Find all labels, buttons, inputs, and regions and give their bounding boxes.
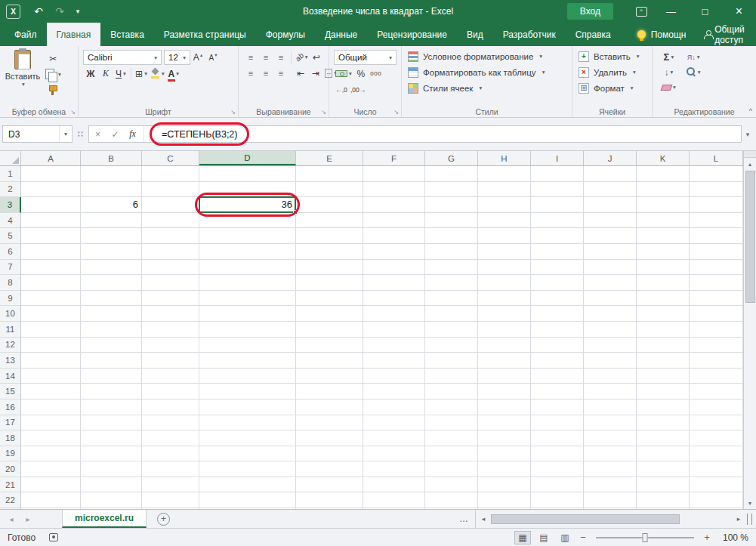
ribbon-tab-4[interactable]: Формулы <box>256 23 315 46</box>
cell-B4[interactable] <box>81 213 142 229</box>
cell-C8[interactable] <box>142 275 199 291</box>
cell-F6[interactable] <box>363 244 425 260</box>
cell-E7[interactable] <box>296 260 363 276</box>
macro-record-button[interactable] <box>49 533 58 541</box>
cell-J21[interactable] <box>584 477 637 493</box>
column-header-F[interactable]: F <box>363 151 425 165</box>
cell-K6[interactable] <box>637 244 690 260</box>
cell-E8[interactable] <box>296 275 363 291</box>
cell-H4[interactable] <box>478 213 531 229</box>
cell-I2[interactable] <box>531 182 584 198</box>
cell-K19[interactable] <box>637 446 690 462</box>
cell-A22[interactable] <box>21 492 81 508</box>
cell-C7[interactable] <box>142 260 199 276</box>
cell-B2[interactable] <box>81 182 142 198</box>
cell-F1[interactable] <box>363 166 425 182</box>
align-left-button[interactable]: ≡ <box>243 66 258 80</box>
cell-A17[interactable] <box>21 415 81 431</box>
ribbon-tab-1[interactable]: Главная <box>47 23 101 46</box>
row-header-5[interactable]: 5 <box>0 228 21 244</box>
decrease-indent-button[interactable]: ⇤ <box>293 66 308 80</box>
cell-K5[interactable] <box>637 228 690 244</box>
cell-J15[interactable] <box>584 384 637 399</box>
row-header-10[interactable]: 10 <box>0 306 21 322</box>
cell-G15[interactable] <box>425 384 478 399</box>
alignment-dialog-launcher[interactable]: ↘ <box>321 109 326 116</box>
cell-A2[interactable] <box>21 182 81 198</box>
cell-A4[interactable] <box>21 213 81 229</box>
cell-G18[interactable] <box>425 430 478 446</box>
cell-H8[interactable] <box>478 275 531 291</box>
cell-L18[interactable] <box>690 430 743 446</box>
cell-J22[interactable] <box>584 492 637 508</box>
cell-A5[interactable] <box>21 228 81 244</box>
minimize-button[interactable]: — <box>654 0 688 23</box>
cell-F15[interactable] <box>363 384 425 399</box>
cell-E13[interactable] <box>296 353 363 369</box>
row-header-4[interactable]: 4 <box>0 213 21 229</box>
cell-A11[interactable] <box>21 322 81 338</box>
comma-style-button[interactable]: 000 <box>369 66 384 81</box>
cell-A14[interactable] <box>21 369 81 384</box>
cell-D13[interactable] <box>199 353 296 369</box>
cell-H22[interactable] <box>478 492 531 508</box>
row-header-19[interactable]: 19 <box>0 446 21 462</box>
cell-F16[interactable] <box>363 399 425 415</box>
cell-H15[interactable] <box>478 384 531 399</box>
orientation-button[interactable]: ab▾ <box>294 50 309 64</box>
cell-I4[interactable] <box>531 213 584 229</box>
cell-D17[interactable] <box>199 415 296 431</box>
align-middle-button[interactable]: ≡ <box>258 50 273 64</box>
underline-button[interactable]: Ч▾ <box>113 66 128 81</box>
zoom-out-button[interactable]: − <box>578 532 588 543</box>
cell-B15[interactable] <box>81 384 142 399</box>
cell-G17[interactable] <box>425 415 478 431</box>
cell-K9[interactable] <box>637 291 690 307</box>
cell-B21[interactable] <box>81 477 142 493</box>
cell-A21[interactable] <box>21 477 81 493</box>
zoom-level[interactable]: 100 % <box>717 532 748 543</box>
accounting-format-button[interactable]: ▾ <box>334 66 353 81</box>
expand-formula-bar-icon[interactable]: ▾ <box>742 131 754 138</box>
cell-L19[interactable] <box>690 446 743 462</box>
row-header-15[interactable]: 15 <box>0 384 21 399</box>
cell-A15[interactable] <box>21 384 81 399</box>
cell-L21[interactable] <box>690 477 743 493</box>
cell-L9[interactable] <box>690 291 743 307</box>
cell-D4[interactable] <box>199 213 296 229</box>
cell-I15[interactable] <box>531 384 584 399</box>
cell-B1[interactable] <box>81 166 142 182</box>
cell-F11[interactable] <box>363 322 425 338</box>
cell-I8[interactable] <box>531 275 584 291</box>
cell-A9[interactable] <box>21 291 81 307</box>
cell-J12[interactable] <box>584 338 637 353</box>
increase-indent-button[interactable]: ⇥ <box>308 66 323 80</box>
delete-cells-button[interactable]: × Удалить ▾ <box>574 64 650 80</box>
horizontal-scroll-thumb[interactable] <box>491 514 680 524</box>
cell-H16[interactable] <box>478 399 531 415</box>
cell-L20[interactable] <box>690 461 743 477</box>
align-center-button[interactable]: ≡ <box>258 66 273 80</box>
undo-button[interactable]: ↶ <box>28 5 49 17</box>
cell-L22[interactable] <box>690 492 743 508</box>
ribbon-tab-5[interactable]: Данные <box>315 23 367 46</box>
cell-K12[interactable] <box>637 338 690 353</box>
cell-I10[interactable] <box>531 306 584 322</box>
cell-F12[interactable] <box>363 338 425 353</box>
cell-D12[interactable] <box>199 338 296 353</box>
cell-C11[interactable] <box>142 322 199 338</box>
cell-H17[interactable] <box>478 415 531 431</box>
cell-C18[interactable] <box>142 430 199 446</box>
cell-A13[interactable] <box>21 353 81 369</box>
cell-K2[interactable] <box>637 182 690 198</box>
cell-L15[interactable] <box>690 384 743 399</box>
tell-me-button[interactable]: Помощн <box>628 23 696 46</box>
column-header-A[interactable]: A <box>21 151 81 165</box>
column-header-G[interactable]: G <box>425 151 478 165</box>
cell-F14[interactable] <box>363 369 425 384</box>
cell-K20[interactable] <box>637 461 690 477</box>
vertical-split-handle[interactable] <box>744 151 756 158</box>
cell-F17[interactable] <box>363 415 425 431</box>
row-header-20[interactable]: 20 <box>0 461 21 477</box>
insert-cells-button[interactable]: + Вставить ▾ <box>574 48 650 64</box>
